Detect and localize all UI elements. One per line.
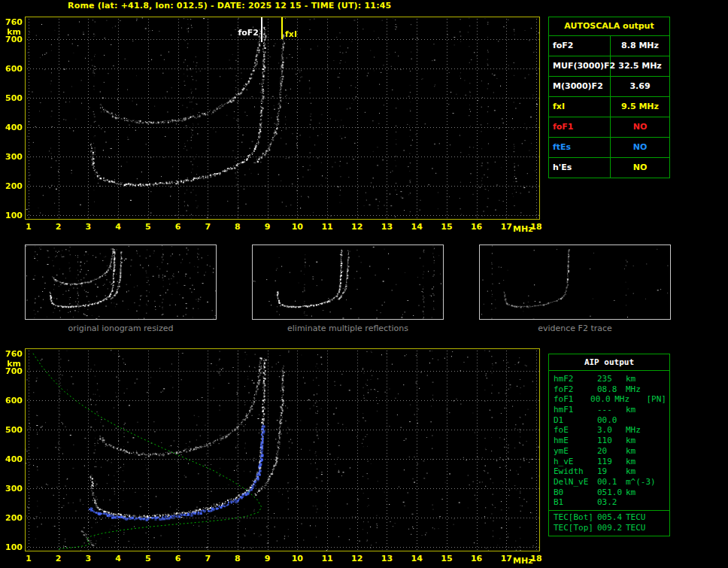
- autoscala-table-header: AUTOSCALA output: [549, 17, 669, 36]
- x-tick-label: 1: [20, 554, 38, 563]
- x-tick-label: 6: [169, 222, 187, 232]
- aip-row: hmE110km: [549, 436, 669, 446]
- aip-extra: [666, 523, 669, 533]
- parameter-name: M(3000)F2: [549, 77, 611, 96]
- aip-name: foF2: [549, 384, 597, 395]
- aip-name: B1: [549, 497, 597, 508]
- aip-value: 20: [597, 446, 626, 457]
- x-tick-label: 15: [438, 222, 456, 232]
- x-tick-label: 12: [348, 222, 366, 232]
- aip-row: B103.2: [549, 497, 669, 508]
- aip-extra: [666, 512, 669, 523]
- aip-row: foE3.0MHz: [549, 425, 669, 436]
- aip-value: 08.8: [597, 384, 626, 395]
- x-tick-label: 2: [50, 222, 68, 232]
- y-axis-unit: km: [3, 359, 21, 369]
- aip-value: 19: [597, 466, 626, 477]
- x-tick-label: 1: [20, 222, 38, 232]
- aip-value: 005.4: [597, 512, 626, 523]
- parameter-value: 9.5 MHz: [611, 97, 669, 117]
- aip-value: 051.0: [597, 488, 626, 498]
- x-tick-label: 4: [109, 554, 127, 563]
- x-tick-label: 5: [139, 554, 157, 563]
- y-tick-label: 200: [2, 181, 23, 191]
- aip-row: foF208.8MHz: [549, 384, 669, 395]
- parameter-name: h'Es: [549, 158, 611, 178]
- aip-value: ---: [597, 405, 626, 415]
- thumbnail-multiple-reflections-canvas: [253, 245, 443, 319]
- aip-value: 00.0: [590, 394, 614, 405]
- aip-name: Ewidth: [549, 466, 597, 477]
- x-tick-label: 4: [109, 222, 127, 232]
- aip-table-rows: hmF2235kmfoF208.8MHzfoF100.0MHz[PN]hmF1-…: [549, 374, 669, 533]
- aip-unit: [626, 497, 663, 508]
- aip-unit: km: [626, 488, 663, 498]
- y-tick-label: 100: [2, 542, 23, 552]
- aip-row: D100.0: [549, 415, 669, 426]
- x-tick-label: 5: [139, 222, 157, 232]
- aip-extra: [666, 374, 669, 384]
- aip-unit: MHz: [614, 394, 646, 405]
- aip-row: Ewidth19km: [549, 466, 669, 477]
- aip-extra: [666, 436, 669, 446]
- aip-extra: [666, 466, 669, 477]
- x-tick-label: 10: [288, 554, 306, 563]
- x-tick-label: 6: [169, 554, 187, 563]
- y-tick-label: 500: [2, 93, 23, 103]
- parameter-value: NO: [611, 117, 669, 137]
- autoscala-row: MUF(3000)F232.5 MHz: [549, 56, 669, 77]
- thumbnail-f2-trace-canvas: [480, 245, 670, 319]
- aip-unit: km: [626, 436, 663, 446]
- x-tick-label: 2: [50, 554, 68, 563]
- aip-unit: MHz: [626, 384, 663, 395]
- y-tick-label: 760: [2, 17, 23, 27]
- parameter-value: 8.8 MHz: [611, 36, 669, 56]
- aip-name: B0: [549, 488, 597, 498]
- aip-row: DelN_vE00.1m^(-3): [549, 477, 669, 488]
- parameter-value: 3.69: [611, 77, 669, 96]
- thumbnail-f2-trace: [479, 245, 671, 320]
- thumbnail-multiple-reflections: [252, 245, 444, 320]
- x-tick-label: 13: [378, 222, 396, 232]
- aip-extra: [666, 384, 669, 395]
- parameter-name: MUF(3000)F2: [549, 56, 611, 76]
- aip-table-header: AIP output: [549, 354, 669, 371]
- y-tick-label: 760: [2, 349, 23, 359]
- x-tick-label: 3: [79, 554, 97, 563]
- aip-row: hmF2235km: [549, 374, 669, 384]
- aip-name: TEC[Bot]: [549, 512, 597, 523]
- autoscala-row: ftEsNO: [549, 138, 669, 158]
- x-tick-label: 7: [199, 222, 217, 232]
- thumbnail-original-canvas: [26, 245, 216, 319]
- aip-name: hmF2: [549, 374, 597, 384]
- x-tick-label: 16: [468, 222, 486, 232]
- x-tick-label: 14: [408, 222, 426, 232]
- aip-name: ymE: [549, 446, 597, 457]
- aip-value: 00.1: [597, 477, 626, 488]
- x-tick-label: 11: [318, 222, 336, 232]
- x-tick-label: 14: [408, 554, 426, 563]
- aip-row: h_vE119km: [549, 457, 669, 467]
- aip-value: 235: [597, 374, 626, 384]
- y-axis-unit: km: [3, 27, 21, 37]
- aip-extra: [666, 497, 669, 508]
- y-tick-label: 300: [2, 152, 23, 162]
- y-tick-label: 300: [2, 484, 23, 494]
- x-axis-unit: MHz: [513, 556, 538, 566]
- profile-ionogram-canvas: [26, 349, 539, 551]
- x-tick-label: 3: [79, 222, 97, 232]
- aip-extra: [666, 457, 669, 467]
- autoscala-row: foF1NO: [549, 117, 669, 138]
- autoscala-row: foF28.8 MHz: [549, 36, 669, 56]
- aip-name: h_vE: [549, 457, 597, 467]
- fof2-marker-label: foF2: [236, 28, 259, 38]
- autoscala-output-table: AUTOSCALA output foF28.8 MHzMUF(3000)F23…: [548, 17, 670, 178]
- autoscala-row: M(3000)F23.69: [549, 77, 669, 97]
- aip-extra: [666, 488, 669, 498]
- aip-row: TEC[Bot]005.4TECU: [549, 512, 669, 523]
- aip-row: ymE20km: [549, 446, 669, 457]
- profile-ionogram-panel: [25, 348, 540, 551]
- autoscala-table-rows: foF28.8 MHzMUF(3000)F232.5 MHzM(3000)F23…: [549, 36, 669, 178]
- aip-unit: TECU: [626, 512, 663, 523]
- aip-extra: [PN]: [647, 394, 670, 405]
